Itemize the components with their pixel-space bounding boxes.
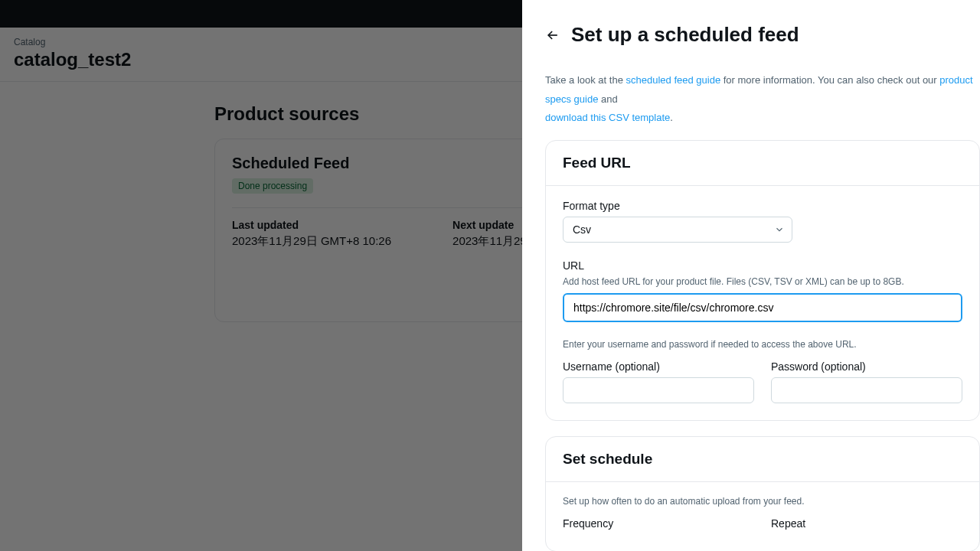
password-input[interactable] (771, 377, 962, 403)
url-input[interactable] (563, 293, 962, 322)
username-input[interactable] (563, 377, 754, 403)
setup-feed-panel: Set up a scheduled feed Take a look at t… (522, 0, 980, 551)
repeat-label: Repeat (771, 517, 962, 530)
panel-title: Set up a scheduled feed (571, 23, 799, 47)
url-help: Add host feed URL for your product file.… (563, 276, 962, 287)
username-label: Username (optional) (563, 360, 754, 373)
helper-text: Take a look at the scheduled feed guide … (545, 71, 980, 128)
download-csv-template-link[interactable]: download this CSV template (545, 112, 670, 123)
set-schedule-title: Set schedule (563, 451, 962, 468)
schedule-help: Set up how often to do an automatic uplo… (563, 496, 962, 507)
frequency-label: Frequency (563, 517, 754, 530)
format-type-select[interactable]: Csv (563, 217, 792, 243)
password-label: Password (optional) (771, 360, 962, 373)
back-arrow-icon[interactable] (545, 28, 560, 43)
format-type-value: Csv (563, 217, 792, 243)
credentials-note: Enter your username and password if need… (563, 339, 962, 350)
scheduled-feed-guide-link[interactable]: scheduled feed guide (626, 74, 721, 86)
feed-url-section: Feed URL Format type Csv URL Add host fe… (545, 140, 980, 421)
feed-url-title: Feed URL (563, 155, 962, 171)
format-type-label: Format type (563, 200, 962, 212)
set-schedule-section: Set schedule Set up how often to do an a… (545, 436, 980, 551)
url-label: URL (563, 259, 962, 272)
